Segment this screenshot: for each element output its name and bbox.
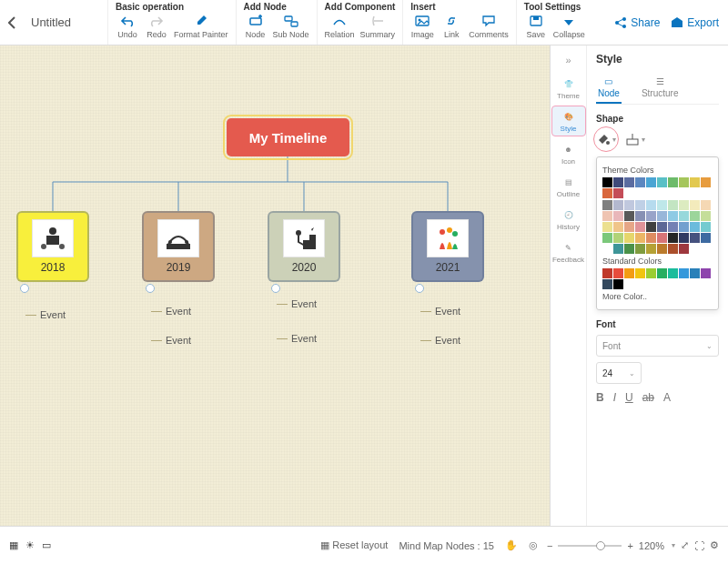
comments-button[interactable]: Comments <box>469 13 509 39</box>
node-button[interactable]: Node <box>244 13 268 39</box>
color-swatch[interactable] <box>646 244 656 254</box>
color-swatch[interactable] <box>635 222 645 232</box>
color-swatch[interactable] <box>602 233 612 243</box>
year-node-2020[interactable]: 2020 <box>268 211 340 282</box>
font-color-button[interactable]: A <box>663 391 671 404</box>
color-swatch[interactable] <box>668 244 678 254</box>
color-swatch[interactable] <box>657 268 667 278</box>
color-swatch[interactable] <box>690 177 700 187</box>
color-swatch[interactable] <box>668 177 678 187</box>
color-swatch[interactable] <box>701 211 711 221</box>
canvas[interactable]: My Timeline 2018 2019 2020 2021 Event Ev… <box>0 45 550 526</box>
fill-color-button[interactable]: ▾ <box>596 129 616 149</box>
presentation-icon[interactable]: ▦ <box>9 539 18 551</box>
collapse-button[interactable]: Collapse <box>553 13 585 39</box>
color-swatch[interactable] <box>635 211 645 221</box>
rail-icon[interactable]: ☻Icon <box>551 138 586 169</box>
rail-history[interactable]: 🕘History <box>551 204 586 235</box>
color-swatch[interactable] <box>657 244 667 254</box>
hand-tool[interactable]: ✋ <box>505 539 518 551</box>
color-swatch[interactable] <box>602 222 612 232</box>
color-swatch[interactable] <box>657 222 667 232</box>
color-swatch[interactable] <box>602 200 612 210</box>
rail-collapse-button[interactable]: » <box>551 49 586 71</box>
collapse-toggle[interactable] <box>271 284 280 293</box>
redo-button[interactable]: Redo <box>145 13 168 39</box>
color-swatch[interactable] <box>690 268 700 278</box>
color-swatch[interactable] <box>635 177 645 187</box>
collapse-toggle[interactable] <box>20 284 29 293</box>
zoom-out-button[interactable]: − <box>547 540 552 551</box>
rail-feedback[interactable]: ✎Feedback <box>551 237 586 267</box>
fullscreen-icon[interactable]: ⛶ <box>694 540 704 551</box>
event-node[interactable]: Event <box>40 309 66 320</box>
share-button[interactable]: Share <box>614 16 660 29</box>
color-swatch[interactable] <box>602 177 612 187</box>
settings-icon[interactable]: ⚙ <box>710 539 719 551</box>
color-swatch[interactable] <box>701 233 711 243</box>
color-swatch[interactable] <box>679 177 689 187</box>
color-swatch[interactable] <box>624 233 634 243</box>
color-swatch[interactable] <box>701 200 711 210</box>
zoom-knob[interactable] <box>596 541 605 550</box>
underline-button[interactable]: U <box>625 391 633 404</box>
event-node[interactable]: Event <box>291 298 317 309</box>
color-swatch[interactable] <box>679 211 689 221</box>
color-swatch[interactable] <box>602 244 612 254</box>
color-swatch[interactable] <box>679 222 689 232</box>
color-swatch[interactable] <box>690 211 700 221</box>
italic-button[interactable]: I <box>613 391 616 404</box>
color-swatch[interactable] <box>646 211 656 221</box>
format-painter-button[interactable]: Format Painter <box>174 13 228 39</box>
color-swatch[interactable] <box>690 222 700 232</box>
reset-layout-button[interactable]: ▦ Reset layout <box>320 539 388 551</box>
color-swatch[interactable] <box>668 233 678 243</box>
color-swatch[interactable] <box>657 200 667 210</box>
color-swatch[interactable] <box>668 200 678 210</box>
tab-node[interactable]: ▭Node <box>596 73 622 104</box>
event-node[interactable]: Event <box>435 306 460 317</box>
relation-button[interactable]: Relation <box>325 13 355 39</box>
color-swatch[interactable] <box>646 268 656 278</box>
color-swatch[interactable] <box>613 279 623 289</box>
color-swatch[interactable] <box>613 211 623 221</box>
font-size-select[interactable]: 24⌄ <box>596 362 642 384</box>
fit-icon[interactable]: ⤢ <box>681 539 689 551</box>
color-swatch[interactable] <box>690 233 700 243</box>
more-color-link[interactable]: More Color.. <box>602 292 713 301</box>
year-node-2021[interactable]: 2021 <box>411 211 484 282</box>
year-node-2018[interactable]: 2018 <box>16 211 89 282</box>
color-swatch[interactable] <box>657 211 667 221</box>
color-swatch[interactable] <box>646 233 656 243</box>
color-swatch[interactable] <box>679 233 689 243</box>
color-swatch[interactable] <box>613 244 623 254</box>
color-swatch[interactable] <box>635 200 645 210</box>
sub-node-button[interactable]: Sub Node <box>273 13 309 39</box>
color-swatch[interactable] <box>602 279 612 289</box>
event-node[interactable]: Event <box>435 335 460 346</box>
color-swatch[interactable] <box>635 233 645 243</box>
link-button[interactable]: Link <box>440 13 463 39</box>
tab-structure[interactable]: ☰Structure <box>640 73 681 104</box>
save-button[interactable]: Save <box>524 13 548 39</box>
color-swatch[interactable] <box>646 222 656 232</box>
color-swatch[interactable] <box>624 244 634 254</box>
color-swatch[interactable] <box>657 177 667 187</box>
brightness-icon[interactable]: ☀ <box>25 539 35 551</box>
target-tool[interactable]: ◎ <box>529 539 538 551</box>
color-swatch[interactable] <box>613 200 623 210</box>
color-swatch[interactable] <box>624 211 634 221</box>
color-swatch[interactable] <box>679 244 689 254</box>
color-swatch[interactable] <box>635 268 645 278</box>
color-swatch[interactable] <box>701 222 711 232</box>
color-swatch[interactable] <box>602 188 612 198</box>
color-swatch[interactable] <box>635 244 645 254</box>
color-swatch[interactable] <box>613 233 623 243</box>
summary-button[interactable]: Summary <box>360 13 396 39</box>
doc-title[interactable]: Untitled <box>25 0 107 45</box>
export-button[interactable]: Export <box>671 16 719 29</box>
event-node[interactable]: Event <box>166 335 191 346</box>
year-node-2019[interactable]: 2019 <box>142 211 215 282</box>
color-swatch[interactable] <box>657 233 667 243</box>
color-swatch[interactable] <box>624 268 634 278</box>
